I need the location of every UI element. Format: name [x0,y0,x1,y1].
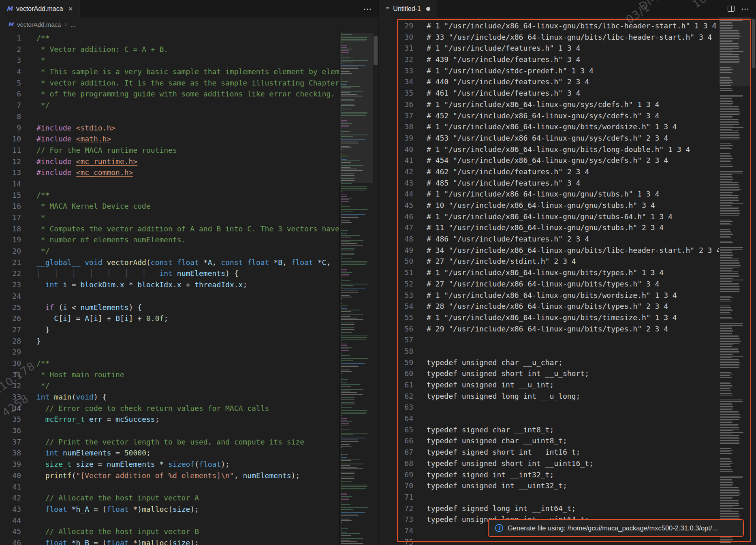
code-line[interactable]: 2 * Vector addition: C = A + B. [0,44,340,55]
minimap-slider[interactable] [719,17,750,86]
code-line[interactable]: 32# 439 "/usr/include/features.h" 3 4 [379,54,719,65]
code-line[interactable]: 10#include <math.h> [0,133,340,145]
code-line[interactable]: 39 size_t size = numElements * sizeof(fl… [0,459,340,470]
code-line[interactable]: 39# 453 "/usr/include/x86_64-linux-gnu/s… [379,133,719,144]
code-line[interactable]: 70typedef unsigned int __uint32_t; [379,480,719,492]
code-line[interactable]: 38# 1 "/usr/include/x86_64-linux-gnu/bit… [379,121,719,133]
modified-dot-icon[interactable] [426,7,430,11]
breadcrumb-more[interactable]: ... [70,21,76,28]
code-line[interactable]: 23 int i = blockDim.x * blockIdx.x + thr… [0,279,340,291]
code-line[interactable]: 3 * [0,55,340,66]
code-line[interactable]: 49# 34 "/usr/include/x86_64-linux-gnu/bi… [379,245,719,256]
code-line[interactable]: 75 [379,536,719,545]
code-line[interactable]: 43 float *h_A = (float *)malloc(size); [0,504,340,515]
code-line[interactable]: 40 printf("[Vector addition of %d elemen… [0,470,340,481]
minimap-right[interactable] [719,17,750,545]
code-line[interactable]: 14 [0,178,340,190]
code-line[interactable]: 34# 440 "/usr/include/features.h" 2 3 4 [379,76,719,88]
code-line[interactable]: 44# 1 "/usr/include/x86_64-linux-gnu/gnu… [379,188,719,200]
scrollbar-thumb[interactable] [752,19,755,68]
code-line[interactable]: 34 // Error code to check return values … [0,403,340,414]
code-line[interactable]: 52# 27 "/usr/include/x86_64-linux-gnu/bi… [379,278,719,290]
close-tab-icon[interactable]: × [68,5,73,13]
code-line[interactable]: 54# 28 "/usr/include/x86_64-linux-gnu/bi… [379,301,719,312]
code-line[interactable]: 40# 1 "/usr/include/x86_64-linux-gnu/bit… [379,144,719,155]
code-line[interactable]: 68typedef unsigned short int __uint16_t; [379,458,719,469]
code-line[interactable]: 13#include <mc_common.h> [0,167,340,178]
code-line[interactable]: 32 */ [0,380,340,391]
code-line[interactable]: 44 [0,515,340,526]
code-line[interactable]: 21__global__ void vectorAdd(const float … [0,257,340,268]
breadcrumb-file[interactable]: vectorAdd.maca [17,21,61,28]
code-line[interactable]: 55# 1 "/usr/include/x86_64-linux-gnu/bit… [379,312,719,323]
code-line[interactable]: 45# 10 "/usr/include/x86_64-linux-gnu/gn… [379,200,719,211]
code-line[interactable]: 48# 486 "/usr/include/features.h" 2 3 4 [379,233,719,245]
code-line[interactable]: 22│ │ │ │ │ │ │ int numElements) { [0,268,340,279]
code-line[interactable]: 65typedef signed char __int8_t; [379,424,719,436]
code-line[interactable]: 8 [0,111,340,122]
code-line[interactable]: 45 // Allocate the host input vector B [0,526,340,537]
code-line[interactable]: 53# 1 "/usr/include/x86_64-linux-gnu/bit… [379,290,719,301]
minimap-slider[interactable] [340,33,373,183]
code-line[interactable]: 36# 1 "/usr/include/x86_64-linux-gnu/sys… [379,99,719,110]
code-line[interactable]: 61typedef unsigned int __u_int; [379,379,719,391]
code-line[interactable]: 15/** [0,190,340,201]
code-line[interactable]: 36 [0,425,340,436]
code-line[interactable]: 5 * vector addition. It is the same as t… [0,77,340,89]
code-line[interactable]: 33# 1 "/usr/include/stdc-predef.h" 1 3 4 [379,65,719,77]
code-line[interactable]: 20 */ [0,246,340,257]
code-line[interactable]: 11// For the MACA runtime routines [0,145,340,156]
tab-vectoradd-maca[interactable]: M vectorAdd.maca × [0,0,80,17]
code-line[interactable]: 24 [0,291,340,302]
code-line[interactable]: 37 // Print the vector length to be used… [0,436,340,448]
code-line[interactable]: 42 // Allocate the host input vector A [0,492,340,504]
code-line[interactable]: 31# 1 "/usr/include/features.h" 1 3 4 [379,43,719,54]
code-line[interactable]: 27 } [0,324,340,336]
code-line[interactable]: 62typedef unsigned long int __u_long; [379,391,719,402]
code-line[interactable]: 37# 452 "/usr/include/x86_64-linux-gnu/s… [379,110,719,122]
code-line[interactable]: 17 * [0,212,340,223]
code-line[interactable]: 64 [379,413,719,424]
code-line[interactable]: 71 [379,492,719,503]
code-line[interactable]: 35# 461 "/usr/include/features.h" 3 4 [379,88,719,99]
code-line[interactable]: 26 C[i] = A[i] + B[i] + 0.0f; [0,313,340,324]
code-line[interactable]: 33int main(void) { [0,391,340,403]
code-line[interactable]: 19 * number of elements numElements. [0,234,340,246]
code-line[interactable]: 42# 462 "/usr/include/features.h" 2 3 4 [379,166,719,177]
code-line[interactable]: 38 int numElements = 50000; [0,447,340,459]
code-line[interactable]: 41 [0,481,340,493]
code-line[interactable]: 30# 33 "/usr/include/x86_64-linux-gnu/bi… [379,32,719,43]
more-actions-icon[interactable]: ⋯ [363,4,372,14]
code-line[interactable]: 7 */ [0,100,340,111]
code-line[interactable]: 29 [0,346,340,358]
scrollbar-left[interactable] [373,31,378,545]
code-line[interactable]: 59typedef unsigned char __u_char; [379,357,719,368]
code-line[interactable]: 63 [379,402,719,413]
code-line[interactable]: 46# 1 "/usr/include/x86_64-linux-gnu/gnu… [379,211,719,222]
code-line[interactable]: 41# 454 "/usr/include/x86_64-linux-gnu/s… [379,155,719,166]
code-line[interactable]: 1/** [0,32,340,44]
code-line[interactable]: 29# 1 "/usr/include/x86_64-linux-gnu/bit… [379,20,719,32]
code-line[interactable]: 46 float *h_B = (float *)malloc(size); [0,537,340,545]
code-line[interactable]: 58 [379,346,719,357]
scrollbar-right[interactable] [751,17,756,545]
code-line[interactable]: 69typedef signed int __int32_t; [379,469,719,481]
code-line[interactable]: 50# 27 "/usr/include/stdint.h" 2 3 4 [379,256,719,267]
code-line[interactable]: 47# 11 "/usr/include/x86_64-linux-gnu/gn… [379,222,719,233]
scrollbar-thumb[interactable] [374,36,378,65]
code-line[interactable]: 28} [0,336,340,347]
code-line[interactable]: 18 * Computes the vector addition of A a… [0,223,340,235]
code-area-right[interactable]: 29# 1 "/usr/include/x86_64-linux-gnu/bit… [379,17,719,545]
code-line[interactable]: 60typedef unsigned short int __u_short; [379,368,719,379]
code-line[interactable]: 56# 29 "/usr/include/x86_64-linux-gnu/bi… [379,323,719,335]
code-line[interactable]: 16 * MACA Kernel Device code [0,201,340,212]
notification-toast[interactable]: i Generate file using: /home/gcui/maca_p… [488,519,744,537]
tab-untitled-1[interactable]: ≡ Untitled-1 [379,0,437,17]
split-editor-icon[interactable] [728,6,735,12]
code-line[interactable]: 31 * Host main routine [0,369,340,380]
code-line[interactable]: 67typedef signed short int __int16_t; [379,447,719,458]
more-actions-icon[interactable]: ⋯ [741,4,750,14]
code-area-left[interactable]: 1/**2 * Vector addition: C = A + B.3 *4 … [0,31,340,545]
code-line[interactable]: 66typedef unsigned char __uint8_t; [379,435,719,447]
code-line[interactable]: 43# 485 "/usr/include/features.h" 3 4 [379,177,719,189]
